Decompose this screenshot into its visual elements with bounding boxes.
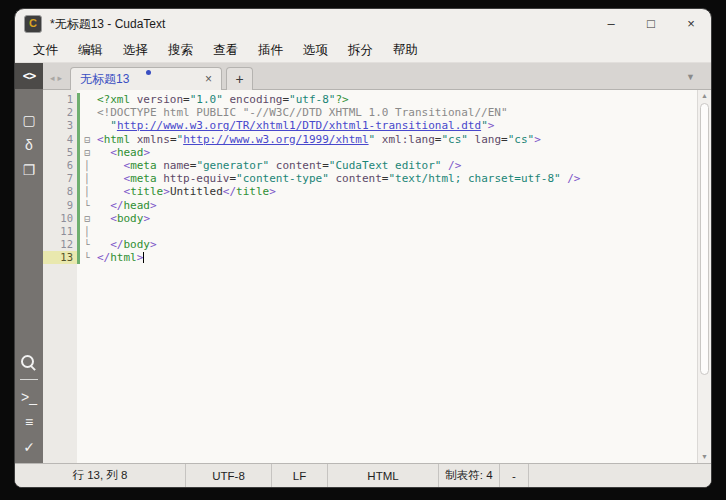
- fold-column: └: [80, 199, 94, 212]
- delta-snippets-icon[interactable]: δ: [15, 132, 43, 157]
- activity-middle: ▢δ❐: [15, 107, 43, 182]
- code-line-11[interactable]: 11│: [43, 225, 697, 238]
- statusbar-encoding[interactable]: UTF-8: [186, 464, 272, 487]
- tab-close-icon[interactable]: ×: [199, 72, 212, 86]
- fold-column: └: [80, 238, 94, 251]
- package-icon[interactable]: ▢: [15, 107, 43, 132]
- tab-bar: ◂▸ 无标题13 × + ▼: [43, 63, 711, 90]
- statusbar-caret-pos[interactable]: 行 13, 列 8: [15, 464, 186, 487]
- code-line-12[interactable]: 12└ </body>: [43, 238, 697, 251]
- tab-nav-arrows[interactable]: ◂▸: [50, 73, 65, 83]
- code-line-6[interactable]: 6│ <meta name="generator" content="CudaT…: [43, 159, 697, 172]
- line-number: 13: [43, 251, 77, 264]
- line-number: 12: [43, 238, 77, 251]
- activity-bar: <> ▢δ❐ >_≡✓: [15, 63, 43, 463]
- menu-item-edit[interactable]: 编辑: [68, 40, 113, 61]
- editor-area: 1<?xml version="1.0" encoding="utf-8"?>2…: [43, 90, 711, 463]
- window-controls: – □ ×: [591, 9, 711, 39]
- status-bar: 行 13, 列 8UTF-8LFHTML制表符: 4-: [15, 463, 711, 487]
- line-number: 9: [43, 199, 77, 212]
- fold-column: └: [80, 251, 94, 264]
- tab-list-dropdown-icon[interactable]: ▼: [686, 72, 695, 82]
- fold-toggle-icon[interactable]: ⊟: [80, 146, 94, 159]
- statusbar-line-ends[interactable]: LF: [272, 464, 328, 487]
- fold-column: [80, 93, 94, 106]
- maximize-button[interactable]: □: [631, 9, 671, 39]
- statusbar-tab-size[interactable]: 制表符: 4: [439, 464, 500, 487]
- code-line-7[interactable]: 7│ <meta http-equiv="content-type" conte…: [43, 172, 697, 185]
- line-text: <meta http-equiv="content-type" content=…: [94, 172, 581, 185]
- line-text: <head>: [94, 146, 150, 159]
- fold-column: │: [80, 225, 94, 238]
- fold-column: [80, 119, 94, 132]
- app-window: C *无标题13 - CudaText – □ × 文件编辑选择搜索查看插件选项…: [14, 8, 712, 488]
- line-number: 1: [43, 93, 77, 106]
- tab-prev-icon[interactable]: ◂: [50, 73, 58, 83]
- scrollbar-track[interactable]: [698, 102, 711, 451]
- activity-separator: [20, 379, 38, 380]
- code-line-1[interactable]: 1<?xml version="1.0" encoding="utf-8"?>: [43, 93, 697, 106]
- tab-label: 无标题13: [80, 71, 199, 88]
- menu-item-selection[interactable]: 选择: [113, 40, 158, 61]
- vertical-scrollbar[interactable]: ▲ ▼: [697, 90, 711, 463]
- code-line-13[interactable]: 13└</html>: [43, 251, 697, 264]
- tab-untitled13[interactable]: 无标题13 ×: [70, 67, 222, 90]
- line-number: 2: [43, 106, 77, 119]
- line-number: 8: [43, 185, 77, 198]
- new-tab-button[interactable]: +: [226, 67, 253, 90]
- line-number: 7: [43, 172, 77, 185]
- activity-bottom: >_≡✓: [15, 351, 43, 459]
- code-line-10[interactable]: 10⊟ <body>: [43, 212, 697, 225]
- code-line-5[interactable]: 5⊟ <head>: [43, 146, 697, 159]
- line-text: <?xml version="1.0" encoding="utf-8"?>: [94, 93, 349, 106]
- fold-toggle-icon[interactable]: ⊟: [80, 133, 94, 146]
- line-text: <body>: [94, 212, 150, 225]
- line-text: <!DOCTYPE html PUBLIC "-//W3C//DTD XHTML…: [94, 106, 508, 119]
- output-list-icon[interactable]: ≡: [15, 409, 43, 434]
- line-number: 5: [43, 146, 77, 159]
- code-line-4[interactable]: 4⊟<html xmlns="http://www.w3.org/1999/xh…: [43, 133, 697, 146]
- menu-item-plugins[interactable]: 插件: [248, 40, 293, 61]
- title-bar[interactable]: C *无标题13 - CudaText – □ ×: [15, 9, 711, 39]
- code-line-8[interactable]: 8│ <title>Untitled</title>: [43, 185, 697, 198]
- code-sidebar-toggle-icon[interactable]: <>: [15, 63, 43, 89]
- close-button[interactable]: ×: [671, 9, 711, 39]
- menu-item-view[interactable]: 查看: [203, 40, 248, 61]
- menu-item-help[interactable]: 帮助: [383, 40, 428, 61]
- fold-column: [80, 106, 94, 119]
- statusbar-lexer[interactable]: HTML: [328, 464, 439, 487]
- editor-column: ◂▸ 无标题13 × + ▼ 1<?xml version="1.0" enco…: [43, 63, 711, 463]
- line-text: <html xmlns="http://www.w3.org/1999/xhtm…: [94, 133, 541, 146]
- line-text: [94, 225, 97, 238]
- folder-icon[interactable]: ❐: [15, 157, 43, 182]
- menu-item-file[interactable]: 文件: [23, 40, 68, 61]
- line-text: </body>: [94, 238, 157, 251]
- line-text: <title>Untitled</title>: [94, 185, 276, 198]
- menu-bar: 文件编辑选择搜索查看插件选项拆分帮助: [15, 39, 711, 63]
- line-number: 3: [43, 119, 77, 132]
- statusbar-wrap-mode[interactable]: -: [500, 464, 529, 487]
- menu-item-split[interactable]: 拆分: [338, 40, 383, 61]
- window-title: *无标题13 - CudaText: [50, 16, 165, 33]
- code-line-2[interactable]: 2<!DOCTYPE html PUBLIC "-//W3C//DTD XHTM…: [43, 106, 697, 119]
- console-icon[interactable]: >_: [15, 384, 43, 409]
- code-lines: 1<?xml version="1.0" encoding="utf-8"?>2…: [43, 90, 697, 264]
- line-text: </head>: [94, 199, 157, 212]
- menu-item-search[interactable]: 搜索: [158, 40, 203, 61]
- scroll-down-icon[interactable]: ▼: [701, 451, 708, 463]
- menu-item-options[interactable]: 选项: [293, 40, 338, 61]
- validate-check-icon[interactable]: ✓: [15, 434, 43, 459]
- code-line-9[interactable]: 9└ </head>: [43, 199, 697, 212]
- scrollbar-thumb[interactable]: [700, 103, 709, 375]
- fold-toggle-icon[interactable]: ⊟: [80, 212, 94, 225]
- text-caret: [143, 252, 144, 263]
- tab-next-icon[interactable]: ▸: [58, 73, 66, 83]
- line-number: 10: [43, 212, 77, 225]
- fold-column: │: [80, 185, 94, 198]
- scroll-up-icon[interactable]: ▲: [701, 90, 708, 102]
- code-view[interactable]: 1<?xml version="1.0" encoding="utf-8"?>2…: [43, 90, 697, 463]
- code-line-3[interactable]: 3 "http://www.w3.org/TR/xhtml1/DTD/xhtml…: [43, 119, 697, 132]
- search-icon[interactable]: [15, 351, 43, 376]
- fold-column: │: [80, 172, 94, 185]
- minimize-button[interactable]: –: [591, 9, 631, 39]
